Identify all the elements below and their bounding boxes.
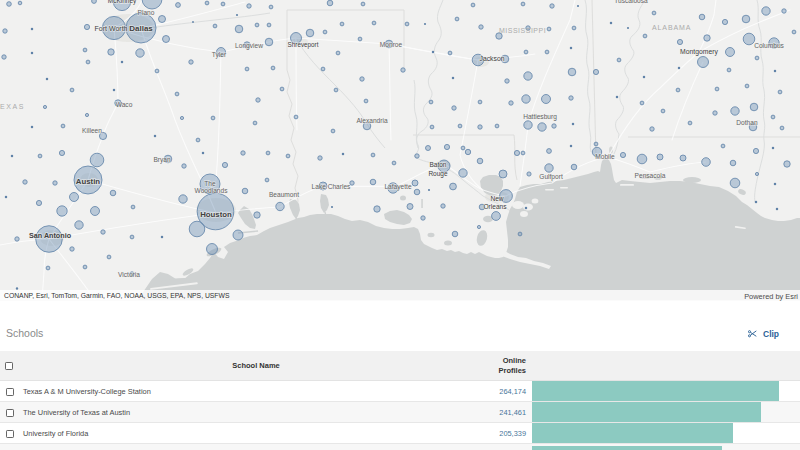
svg-text:Longview: Longview xyxy=(235,42,263,50)
svg-text:Baton: Baton xyxy=(430,161,447,168)
svg-text:Killeen: Killeen xyxy=(82,127,102,134)
svg-text:Gulfport: Gulfport xyxy=(539,173,563,181)
svg-text:TEXAS: TEXAS xyxy=(0,103,25,110)
svg-text:Waco: Waco xyxy=(116,101,133,108)
svg-text:New: New xyxy=(490,195,503,202)
svg-text:Victoria: Victoria xyxy=(118,271,140,278)
svg-text:Orleans: Orleans xyxy=(483,203,507,210)
svg-text:MISSISSIPPI: MISSISSIPPI xyxy=(499,27,546,34)
svg-text:Woodlands: Woodlands xyxy=(195,187,229,194)
svg-text:Beaumont: Beaumont xyxy=(269,191,299,198)
svg-text:Plano: Plano xyxy=(138,9,155,16)
svg-text:San Antonio: San Antonio xyxy=(29,231,72,240)
svg-text:Mobile: Mobile xyxy=(595,153,615,160)
svg-text:Rouge: Rouge xyxy=(428,170,448,178)
svg-text:Tuscaloosa: Tuscaloosa xyxy=(614,0,648,4)
svg-text:Hattiesburg: Hattiesburg xyxy=(523,113,557,121)
svg-text:Alexandria: Alexandria xyxy=(356,117,387,124)
svg-text:Tyler: Tyler xyxy=(212,51,227,59)
svg-text:Houston: Houston xyxy=(200,210,232,219)
svg-text:The: The xyxy=(204,180,216,187)
svg-text:Lafayette: Lafayette xyxy=(384,183,411,191)
svg-text:Pensacola: Pensacola xyxy=(635,172,666,179)
svg-text:Lake Charles: Lake Charles xyxy=(312,183,352,190)
svg-text:Dothan: Dothan xyxy=(736,119,758,126)
svg-text:Dallas: Dallas xyxy=(129,24,153,33)
svg-text:Columbus: Columbus xyxy=(754,42,784,49)
svg-text:Jackson: Jackson xyxy=(480,55,505,62)
svg-text:Fort Worth: Fort Worth xyxy=(95,25,128,32)
svg-text:Bryan: Bryan xyxy=(153,156,171,164)
svg-text:Austin: Austin xyxy=(76,177,100,186)
svg-text:Monroe: Monroe xyxy=(380,41,403,48)
svg-text:Montgomery: Montgomery xyxy=(680,48,718,56)
svg-text:ALABAMA: ALABAMA xyxy=(652,24,691,31)
svg-text:Shreveport: Shreveport xyxy=(288,41,319,49)
